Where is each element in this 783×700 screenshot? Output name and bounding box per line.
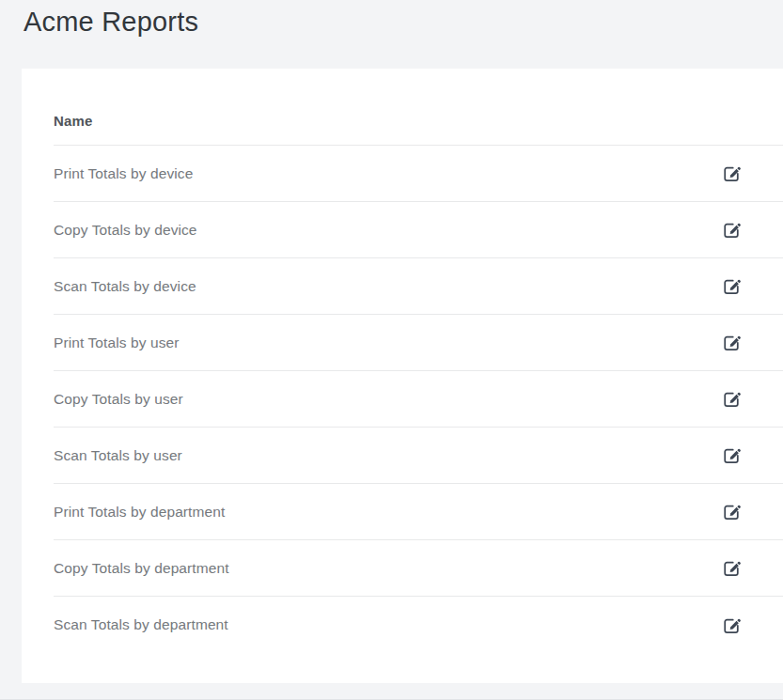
report-name: Copy Totals by department bbox=[54, 560, 229, 577]
edit-report-button[interactable] bbox=[719, 387, 744, 412]
edit-icon bbox=[722, 558, 742, 578]
report-name: Scan Totals by device bbox=[54, 278, 196, 295]
report-name: Copy Totals by user bbox=[54, 391, 183, 408]
column-header-name: Name bbox=[54, 113, 93, 129]
edit-report-button[interactable] bbox=[719, 331, 744, 355]
edit-icon bbox=[722, 615, 742, 635]
table-row: Print Totals by department bbox=[54, 484, 783, 540]
edit-icon bbox=[722, 276, 742, 296]
edit-report-button[interactable] bbox=[719, 556, 744, 581]
report-name: Print Totals by user bbox=[54, 334, 180, 351]
report-name: Print Totals by department bbox=[54, 504, 225, 521]
table-row: Scan Totals by user bbox=[54, 428, 783, 484]
report-name: Print Totals by device bbox=[54, 165, 193, 182]
table-row: Copy Totals by user bbox=[54, 371, 783, 428]
edit-report-button[interactable] bbox=[719, 218, 744, 242]
edit-icon bbox=[722, 163, 742, 183]
table-row: Print Totals by device bbox=[54, 146, 783, 202]
report-name: Scan Totals by department bbox=[54, 616, 228, 633]
edit-icon bbox=[722, 445, 742, 465]
reports-card: Name Print Totals by device Copy Totals … bbox=[22, 69, 783, 683]
report-list: Print Totals by device Copy Totals by de… bbox=[22, 146, 783, 653]
report-name: Scan Totals by user bbox=[54, 447, 182, 464]
table-row: Scan Totals by department bbox=[54, 597, 783, 653]
page-title: Acme Reports bbox=[23, 5, 198, 39]
table-row: Copy Totals by department bbox=[54, 540, 783, 597]
edit-icon bbox=[722, 333, 742, 352]
table-row: Print Totals by user bbox=[54, 315, 783, 371]
edit-report-button[interactable] bbox=[719, 162, 744, 186]
edit-icon bbox=[722, 220, 742, 240]
table-row: Scan Totals by device bbox=[54, 258, 783, 315]
report-name: Copy Totals by device bbox=[54, 222, 197, 239]
table-row: Copy Totals by device bbox=[54, 202, 783, 258]
edit-report-button[interactable] bbox=[719, 274, 744, 299]
table-header-row: Name bbox=[54, 69, 783, 146]
edit-report-button[interactable] bbox=[719, 443, 744, 468]
edit-icon bbox=[722, 502, 742, 521]
edit-icon bbox=[722, 389, 742, 409]
edit-report-button[interactable] bbox=[719, 500, 744, 524]
edit-report-button[interactable] bbox=[719, 613, 744, 637]
